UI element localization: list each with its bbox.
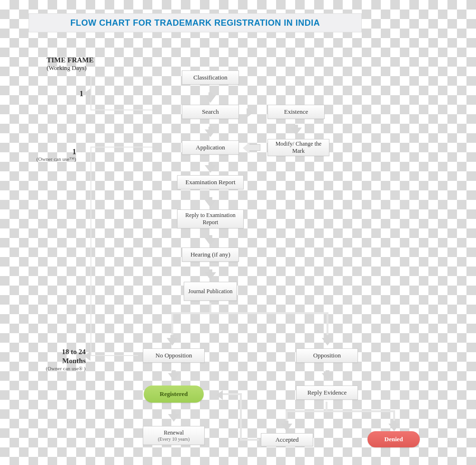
node-classification: Classification [182, 70, 239, 85]
node-reply-evidence: Reply Evidence [296, 386, 358, 400]
node-renewal: Renewal (Every 10 years) [143, 426, 205, 445]
time-3-note: (Owner can use® ) [14, 366, 86, 371]
time-3-line1: 18 to 24 [14, 347, 86, 356]
page-title: FLOW CHART FOR TRADEMARK REGISTRATION IN… [29, 13, 362, 32]
connector [171, 312, 173, 338]
connector [90, 147, 91, 356]
arrow-right-icon [247, 108, 253, 118]
node-denied: Denied [367, 431, 420, 447]
arrow-down-icon [167, 338, 178, 346]
renewal-sub: (Every 10 years) [158, 436, 190, 442]
arrow-down-icon [168, 414, 179, 422]
node-reply-exam: Reply to Examination Report [177, 209, 244, 228]
arrow-down-icon [290, 128, 302, 135]
time-2-value: 1 [5, 148, 76, 156]
connector [326, 402, 327, 410]
time-annotation-2: 1 (Owner can use™) [5, 148, 76, 162]
arrow-down-icon [168, 373, 179, 381]
connector [209, 303, 211, 312]
arrow-down-icon [205, 272, 216, 280]
node-search: Search [182, 105, 239, 119]
node-existence: Existence [268, 105, 325, 119]
time-2-note: (Owner can use™) [5, 156, 76, 162]
connector [171, 312, 328, 314]
arrow-down-icon [322, 338, 333, 346]
connector [90, 76, 91, 109]
timeframe-heading: TIME FRAME (Working Days) [47, 56, 94, 72]
connector [90, 109, 152, 110]
arrow-down-icon [205, 95, 216, 103]
node-accepted: Accepted [261, 433, 313, 446]
connector [327, 312, 328, 338]
arrow-left-block-icon [249, 144, 260, 151]
connector [223, 393, 242, 395]
renewal-label: Renewal [164, 429, 184, 436]
time-3-line2: Months [14, 356, 86, 366]
connector [240, 393, 242, 439]
node-registered: Registered [144, 386, 204, 403]
node-modify: Modify/ Change the Mark [268, 139, 329, 156]
time-annotation-1: 1 [12, 89, 83, 98]
node-no-opposition: No Opposition [143, 348, 205, 363]
arrow-down-icon [205, 165, 216, 173]
node-hearing: Hearing (if any) [182, 247, 239, 262]
time-1-value: 1 [79, 89, 83, 98]
arrow-down-icon [205, 238, 216, 246]
node-application: Application [182, 140, 239, 155]
arrow-left-icon [216, 390, 223, 400]
arrow-left-icon [84, 89, 90, 98]
arrow-down-icon [281, 424, 292, 431]
connector [90, 76, 152, 77]
arrow-down-icon [205, 129, 216, 137]
time-annotation-3: 18 to 24 Months (Owner can use® ) [14, 347, 86, 371]
node-opposition: Opposition [296, 348, 358, 363]
node-journal: Journal Publication [184, 282, 237, 301]
arrow-down-icon [322, 373, 333, 381]
timeframe-subtitle: (Working Days) [47, 64, 94, 72]
arrow-down-icon [205, 200, 216, 208]
connector [240, 439, 259, 441]
connector [90, 355, 138, 356]
arrow-left-icon [84, 351, 90, 361]
connector [90, 147, 152, 148]
node-exam-report: Examination Report [177, 175, 244, 189]
timeframe-title: TIME FRAME [47, 56, 94, 64]
arrow-down-icon [388, 424, 400, 431]
connector [286, 410, 395, 412]
